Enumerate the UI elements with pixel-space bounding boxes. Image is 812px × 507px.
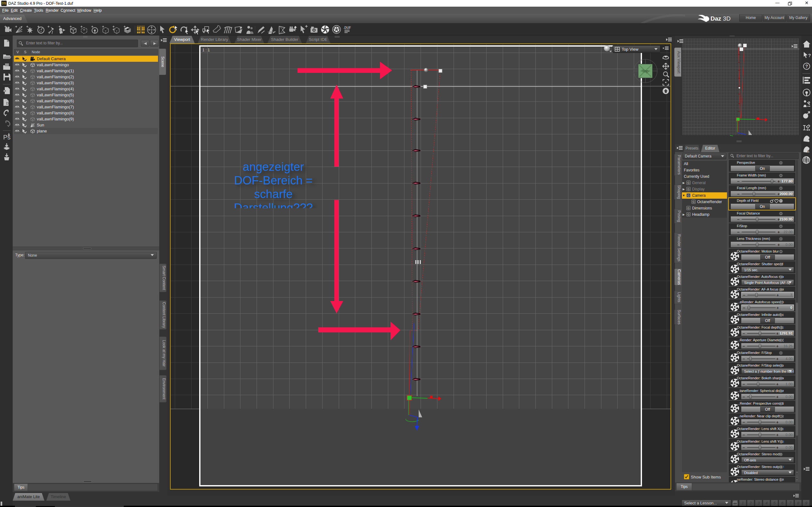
svg-text:?: ? [808, 53, 811, 58]
svg-text:P: P [808, 150, 810, 154]
svg-text:DS: DS [804, 44, 809, 47]
svg-text:?: ? [805, 64, 808, 69]
svg-text:.DUF: .DUF [344, 26, 351, 30]
